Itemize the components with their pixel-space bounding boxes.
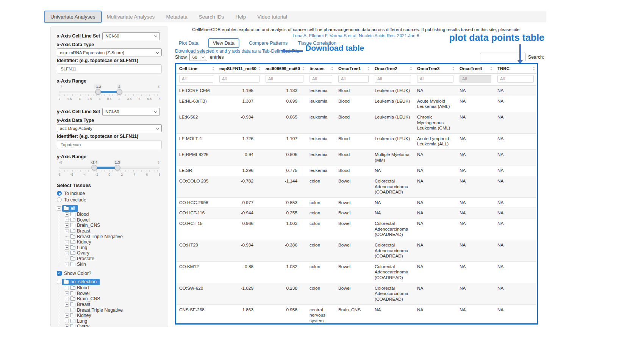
- tree-root-row[interactable]: −all: [57, 205, 162, 212]
- nav-tab-univariate-analyses[interactable]: Univariate Analyses: [45, 11, 101, 22]
- y-axis-range-slider[interactable]: -88-2.41.3-8-6-4-202468: [59, 161, 159, 179]
- tissue-radio-to-include[interactable]: To include: [57, 190, 162, 197]
- filter-input-oncotree1[interactable]: [338, 75, 369, 83]
- expand-icon[interactable]: +: [65, 229, 69, 233]
- filter-input-tnbc[interactable]: [497, 75, 534, 83]
- expand-icon[interactable]: +: [65, 251, 69, 255]
- slider-handle-from[interactable]: [91, 165, 97, 170]
- column-header-oncotree3[interactable]: OncoTree3: [414, 64, 456, 74]
- slider-tick-label: 5: [139, 97, 141, 101]
- nav-tab-multivariate-analyses[interactable]: Multivariate Analyses: [101, 11, 161, 22]
- filter-input-expslfn11_nci60[interactable]: [219, 75, 259, 83]
- expand-icon[interactable]: +: [65, 262, 69, 266]
- tree-item-kidney[interactable]: +Kidney: [65, 313, 162, 318]
- tree-root-label[interactable]: no_selection: [62, 279, 100, 285]
- x-axis-range-slider[interactable]: -78-1.22-7-5.5-4-2.5-10.523.556.58: [59, 85, 159, 103]
- tab-plot-data[interactable]: Plot Data: [179, 41, 199, 46]
- x-axis-data-type-select[interactable]: exp: mRNA Expression (Z-Score): [57, 48, 162, 56]
- tree-item-breast[interactable]: +Breast: [65, 228, 162, 234]
- nav-tab-metadata[interactable]: Metadata: [160, 11, 193, 22]
- column-header-oncotree2[interactable]: OncoTree2: [372, 64, 414, 74]
- tree-item-bowel[interactable]: +Bowel: [65, 291, 162, 296]
- tree-item-prostate[interactable]: Prostate: [65, 256, 162, 262]
- filter-input-cell-line[interactable]: [179, 75, 213, 83]
- sort-icon[interactable]: [533, 67, 536, 70]
- radio-selected-icon[interactable]: [57, 191, 62, 196]
- tree-item-blood[interactable]: +Blood: [65, 212, 162, 217]
- expand-icon[interactable]: +: [65, 291, 69, 295]
- sort-icon[interactable]: [367, 67, 370, 70]
- tree-item-blood[interactable]: +Blood: [65, 285, 162, 291]
- column-header-act609699_nci60[interactable]: act609699_nci60: [263, 64, 306, 74]
- expand-icon[interactable]: +: [65, 223, 69, 228]
- expand-icon[interactable]: +: [65, 212, 69, 217]
- tree-root-label[interactable]: all: [62, 205, 78, 212]
- column-header-cell-line[interactable]: Cell Line: [176, 64, 216, 74]
- sort-icon[interactable]: [331, 67, 334, 70]
- column-header-tissues[interactable]: tissues: [306, 64, 335, 74]
- tab-view-data[interactable]: View Data: [209, 39, 239, 47]
- show-color-row[interactable]: ✓ Show Color?: [57, 270, 162, 276]
- expand-icon[interactable]: +: [65, 325, 69, 327]
- nav-tab-video-tutorial[interactable]: Video tutorial: [252, 11, 293, 22]
- filter-input-act609699_nci60[interactable]: [266, 75, 303, 83]
- filter-input-oncotree2[interactable]: [375, 75, 411, 83]
- sort-icon[interactable]: [258, 67, 261, 70]
- tab-compare-patterns[interactable]: Compare Patterns: [249, 41, 288, 46]
- expand-icon[interactable]: +: [65, 245, 69, 250]
- tree-root-row[interactable]: −no_selection: [57, 279, 162, 285]
- entries-length-select[interactable]: 60: [189, 53, 207, 61]
- sort-icon[interactable]: [302, 67, 305, 70]
- column-header-tnbc[interactable]: TNBC: [494, 64, 537, 74]
- slider-handle-from[interactable]: [95, 89, 101, 95]
- sort-icon[interactable]: [490, 67, 493, 70]
- column-header-oncotree1[interactable]: OncoTree1: [335, 64, 372, 74]
- expand-icon[interactable]: +: [65, 319, 69, 323]
- tree-item-skin[interactable]: +Skin: [65, 261, 162, 267]
- collapse-icon[interactable]: −: [57, 280, 61, 284]
- tree-item-brain_cns[interactable]: +Brain_CNS: [65, 296, 162, 302]
- sort-icon[interactable]: [212, 67, 215, 70]
- cell: NA: [414, 197, 456, 208]
- tree-item-lung[interactable]: +Lung: [65, 245, 162, 251]
- expand-icon[interactable]: +: [65, 297, 69, 301]
- y-axis-data-type-select[interactable]: act: Drug Activity: [57, 124, 162, 132]
- filter-input-oncotree3[interactable]: [417, 75, 453, 83]
- nav-tab-help[interactable]: Help: [230, 11, 252, 22]
- tissue-radio-to-exclude[interactable]: To exclude: [57, 197, 162, 203]
- expand-icon[interactable]: +: [65, 218, 69, 222]
- tree-item-bowel[interactable]: +Bowel: [65, 217, 162, 223]
- column-header-expslfn11_nci60[interactable]: expSLFN11_nci60: [216, 64, 263, 74]
- slider-tick-label: 6: [146, 173, 148, 176]
- filter-input-oncotree4[interactable]: [460, 75, 491, 83]
- tree-item-kidney[interactable]: +Kidney: [65, 239, 162, 245]
- slider-handle-to[interactable]: [114, 165, 120, 170]
- nav-tab-search-ids[interactable]: Search IDs: [193, 11, 230, 22]
- tree-item-breast-triple-negative[interactable]: Breast Triple Negative: [65, 307, 162, 313]
- tree-item-ovary[interactable]: +Ovary: [65, 324, 162, 327]
- sort-icon[interactable]: [410, 67, 413, 70]
- expand-icon[interactable]: +: [65, 240, 69, 244]
- checkbox-checked-icon[interactable]: ✓: [57, 271, 62, 276]
- expand-icon[interactable]: +: [65, 286, 69, 290]
- sort-icon[interactable]: [452, 67, 455, 70]
- tree-item-breast[interactable]: +Breast: [65, 302, 162, 307]
- radio-unselected-icon[interactable]: [57, 197, 62, 202]
- y-axis-identifier-input[interactable]: [57, 140, 162, 149]
- tree-item-lung[interactable]: +Lung: [65, 318, 162, 324]
- tree-item-ovary[interactable]: +Ovary: [65, 250, 162, 256]
- y-axis-data-type-value: act: Drug Activity: [60, 126, 92, 131]
- slider-handle-to[interactable]: [117, 89, 122, 95]
- expand-icon[interactable]: +: [65, 314, 69, 318]
- x-axis-identifier-input[interactable]: [57, 64, 162, 73]
- expand-icon[interactable]: +: [65, 303, 69, 307]
- data-table: Cell LineexpSLFN11_nci60act609699_nci60t…: [176, 64, 537, 325]
- column-header-oncotree4[interactable]: OncoTree4: [456, 64, 494, 74]
- y-axis-cell-line-set-select[interactable]: NCI-60: [102, 108, 160, 116]
- slider-minor-ticks: [59, 170, 159, 172]
- collapse-icon[interactable]: −: [57, 206, 61, 211]
- x-axis-cell-line-set-select[interactable]: NCI-60: [102, 32, 160, 40]
- tree-item-brain_cns[interactable]: +Brain_CNS: [65, 223, 162, 228]
- tree-item-breast-triple-negative[interactable]: Breast Triple Negative: [65, 234, 162, 239]
- filter-input-tissues[interactable]: [309, 75, 332, 83]
